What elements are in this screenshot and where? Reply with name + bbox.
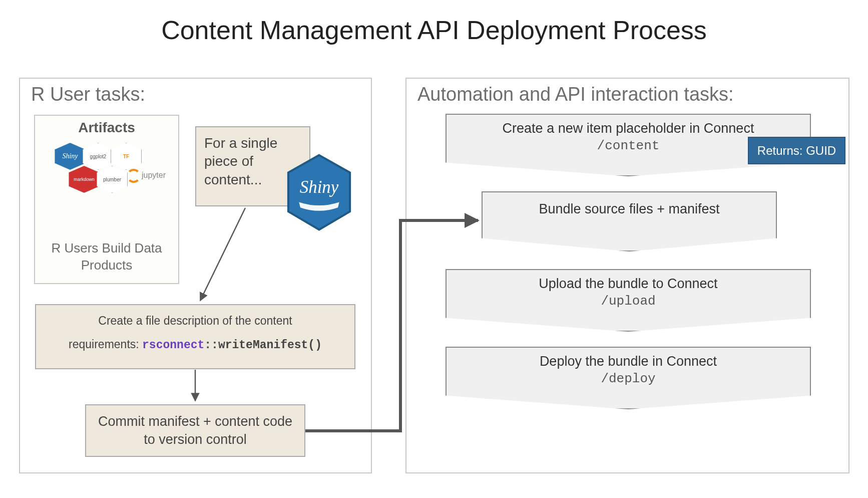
manifest-requirements: requirements: rsconnect::writeManifest() — [36, 338, 354, 352]
shiny-icon: Shiny — [55, 143, 86, 170]
artifacts-title: Artifacts — [35, 120, 178, 136]
markdown-icon: markdown — [69, 166, 100, 193]
panel-automation-tasks: Automation and API interaction tasks: Cr… — [405, 78, 849, 473]
panel-left-heading: R User tasks: — [31, 84, 145, 105]
step-label: Create a new item placeholder in Connect — [447, 121, 810, 136]
artifacts-hex-cluster: Shiny ggplot2 TF markdown plumber jupyte… — [47, 141, 167, 211]
step-label: Upload the bundle to Connect — [447, 276, 810, 292]
manifest-line1: Create a file description of the content — [36, 314, 354, 328]
artifacts-caption: R Users Build Data Products — [35, 240, 178, 274]
panel-right-heading: Automation and API interaction tasks: — [417, 84, 734, 105]
shiny-hex-icon: Shiny — [285, 154, 353, 231]
commit-box: Commit manifest + content code to versio… — [85, 404, 305, 457]
jupyter-icon: jupyter — [127, 169, 166, 183]
step-label: Deploy the bundle in Connect — [447, 354, 810, 369]
returns-guid-badge: Returns: GUID — [748, 137, 845, 164]
page-title: Content Management API Deployment Proces… — [0, 15, 868, 45]
svg-text:Shiny: Shiny — [300, 177, 339, 197]
step-endpoint: /upload — [447, 294, 810, 309]
manifest-box: Create a file description of the content… — [35, 304, 355, 369]
step-bundle: Bundle source files + manifest — [482, 191, 777, 252]
artifacts-card: Artifacts Shiny ggplot2 TF markdown plum… — [34, 115, 179, 284]
step-endpoint: /deploy — [447, 371, 810, 386]
step-upload: Upload the bundle to Connect /upload — [446, 269, 811, 332]
panel-r-user-tasks: R User tasks: Artifacts Shiny ggplot2 TF… — [19, 78, 372, 473]
ggplot-icon: ggplot2 — [83, 143, 114, 170]
tensorflow-icon: TF — [111, 143, 142, 170]
step-label: Bundle source files + manifest — [483, 201, 776, 217]
step-deploy: Deploy the bundle in Connect /deploy — [446, 347, 811, 409]
plumber-icon: plumber — [97, 166, 128, 193]
